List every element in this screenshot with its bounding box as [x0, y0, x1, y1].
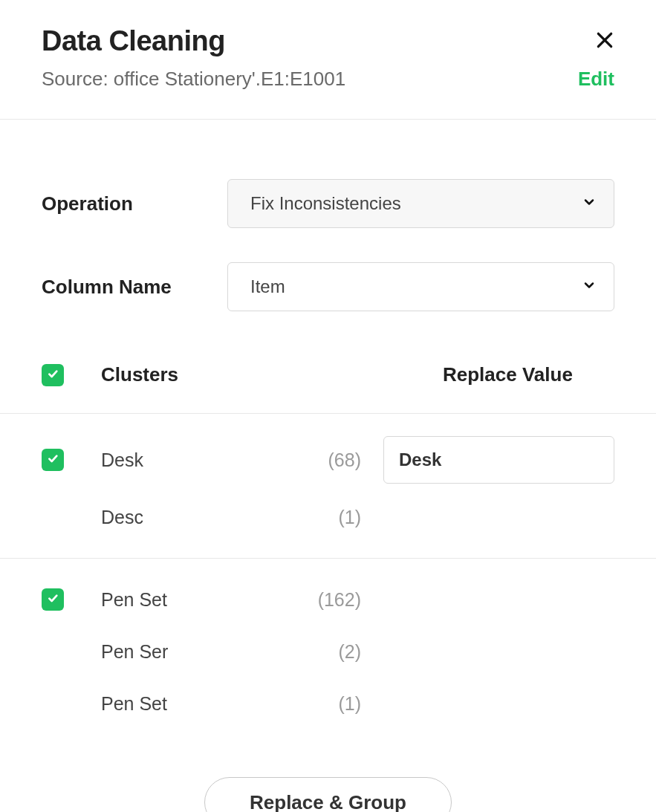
- column-name-label: Column Name: [42, 276, 227, 299]
- clusters-header: Clusters: [101, 363, 361, 386]
- replace-value-input[interactable]: [383, 436, 614, 484]
- cluster-item-name: Pen Set: [101, 693, 302, 715]
- cluster-item-count: (68): [302, 449, 383, 471]
- check-icon: [47, 452, 59, 467]
- operation-value: Fix Inconsistencies: [250, 193, 401, 214]
- close-button[interactable]: [595, 30, 614, 53]
- cluster-item-name: Desk: [101, 449, 302, 471]
- cluster-item-name: Pen Set: [101, 589, 302, 611]
- cluster-checkbox[interactable]: [42, 449, 64, 471]
- cluster-group: Desk (68) Desc (1): [0, 414, 656, 558]
- cluster-item-count: (1): [302, 507, 383, 528]
- check-icon: [47, 592, 59, 607]
- cluster-group: Pen Set (162) Pen Ser (2) Pen Set (1): [0, 559, 656, 744]
- replace-value-header: Replace Value: [443, 363, 614, 386]
- operation-select[interactable]: Fix Inconsistencies: [227, 179, 614, 228]
- replace-and-group-button[interactable]: Replace & Group: [204, 777, 452, 812]
- cluster-checkbox[interactable]: [42, 588, 64, 611]
- cluster-item-count: (2): [302, 641, 383, 663]
- column-name-select[interactable]: Item: [227, 262, 614, 311]
- cluster-item-count: (162): [302, 589, 383, 611]
- edit-link[interactable]: Edit: [578, 68, 614, 91]
- select-all-checkbox[interactable]: [42, 364, 64, 386]
- cluster-item-name: Desc: [101, 507, 302, 528]
- cluster-item-count: (1): [302, 693, 383, 715]
- cluster-item-name: Pen Ser: [101, 641, 302, 663]
- check-icon: [47, 368, 59, 383]
- page-title: Data Cleaning: [42, 25, 225, 57]
- close-icon: [595, 28, 614, 55]
- operation-label: Operation: [42, 192, 227, 215]
- source-label: Source: office Stationery'.E1:E1001: [42, 68, 345, 91]
- column-name-value: Item: [250, 276, 285, 297]
